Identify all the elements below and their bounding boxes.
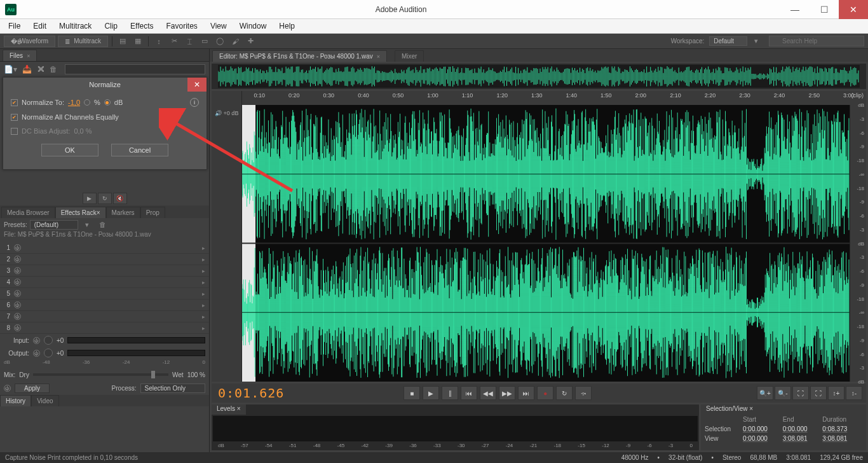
sel-end[interactable]: 0:00.000 [783,425,823,432]
mini-play-button[interactable]: ▶ [83,193,97,204]
zoom-in-icon[interactable]: 🔍+ [757,386,773,400]
media-browser-tab[interactable]: Media Browser [1,207,55,218]
view-start[interactable]: 0:00.000 [743,435,783,442]
loop-button[interactable]: ↻ [556,386,573,400]
video-tab[interactable]: Video [31,395,58,406]
rack-slot[interactable]: 1⏻▸ [0,242,209,254]
markers-tab[interactable]: Markers [106,207,140,218]
mini-mute-button[interactable]: 🔇 [113,193,127,204]
output-knob[interactable] [44,349,53,357]
rack-slot[interactable]: 8⏻▸ [0,322,209,334]
normalize-to-checkbox[interactable] [11,99,18,106]
window-close-button[interactable]: ✕ [839,0,868,19]
power-icon[interactable]: ⏻ [14,279,21,286]
rack-slot[interactable]: 7⏻▸ [0,311,209,322]
trash-icon[interactable]: 🗑 [50,65,57,74]
open-file-icon[interactable]: 📄▾ [4,65,17,74]
rack-slot[interactable]: 3⏻▸ [0,265,209,277]
menu-window[interactable]: Window [234,20,273,32]
power-icon[interactable]: ⏻ [14,244,21,251]
menu-clip[interactable]: Clip [98,20,123,32]
dialog-close-button[interactable]: ✕ [187,78,207,92]
selection-view-tab[interactable]: Selection/View × [701,404,758,415]
rack-slot[interactable]: 6⏻▸ [0,300,209,311]
workspace-dropdown[interactable]: Default [709,36,747,46]
history-tab[interactable]: History [0,395,31,406]
power-icon[interactable]: ⏻ [33,337,40,344]
rack-slot[interactable]: 2⏻▸ [0,254,209,265]
dc-bias-checkbox[interactable] [11,128,18,135]
mini-loop-button[interactable]: ↻ [98,193,112,204]
volume-icon[interactable]: 🔊 [215,110,222,116]
menu-help[interactable]: Help [273,20,301,32]
skip-selection-button[interactable]: ⤼ [575,386,592,400]
time-select-tool-icon[interactable]: ⌶ [183,36,196,47]
power-icon[interactable]: ⏻ [14,324,21,331]
rack-slot[interactable]: 4⏻▸ [0,277,209,288]
input-knob[interactable] [44,336,53,345]
sel-start[interactable]: 0:00.000 [743,425,783,432]
window-maximize-button[interactable]: ☐ [810,0,839,19]
power-icon[interactable]: ⏻ [4,385,11,392]
zoom-out-vert-icon[interactable]: ↕- [846,386,862,400]
files-panel-tab[interactable]: Files× [3,50,37,61]
presets-dropdown[interactable]: (Default) [30,220,78,230]
menu-edit[interactable]: Edit [27,20,52,32]
stop-button[interactable]: ■ [403,386,420,400]
pause-button[interactable]: ‖ [442,386,458,400]
editor-file-tab[interactable]: Editor: M$ PuP$ & F1ns & T1One - Розы 48… [212,50,387,62]
close-file-icon[interactable]: 🗙 [37,65,44,74]
zoom-in-vert-icon[interactable]: ↕+ [828,386,844,400]
info-icon[interactable]: i [190,98,199,107]
marquee-tool-icon[interactable]: ▭ [198,36,211,47]
timecode-display[interactable]: 0:01.626 [218,385,284,401]
sel-dur[interactable]: 0:08.373 [822,425,862,432]
move-tool-icon[interactable]: ↕ [153,36,165,47]
zoom-full-icon[interactable]: ⛶ [792,386,809,400]
zoom-out-icon[interactable]: 🔍- [775,386,791,400]
menu-multitrack[interactable]: Multitrack [53,20,97,32]
heal-tool-icon[interactable]: ✚ [244,36,257,47]
forward-button[interactable]: ▶▶ [499,386,515,400]
save-preset-icon[interactable]: ▾ [81,219,93,230]
unit-db-radio[interactable] [104,99,111,106]
power-icon[interactable]: ⏻ [14,301,21,308]
timeline-ruler[interactable]: 0:100:200:300:400:501:001:101:201:301:40… [212,91,866,105]
menu-favorites[interactable]: Favorites [161,20,203,32]
play-button[interactable]: ▶ [423,386,439,400]
cancel-button[interactable]: Cancel [111,144,168,156]
rewind-button[interactable]: ◀◀ [480,386,496,400]
rack-slot[interactable]: 5⏻▸ [0,288,209,300]
normalize-value-input[interactable]: -1,0 [68,99,80,106]
properties-tab[interactable]: Prop [140,207,165,218]
power-icon[interactable]: ⏻ [14,256,21,263]
search-help-input[interactable] [769,36,864,46]
waveform-overview[interactable] [212,64,866,89]
mixer-tab[interactable]: Mixer [395,50,424,62]
record-button[interactable]: ● [537,386,553,400]
delete-preset-icon[interactable]: 🗑 [96,219,109,230]
unit-percent-radio[interactable] [84,99,90,106]
mode-multitrack-button[interactable]: ≣Multitrack [58,36,108,47]
all-channels-checkbox[interactable] [11,114,18,121]
brush-tool-icon[interactable]: 🖌 [229,36,241,47]
razor-tool-icon[interactable]: ✂ [168,36,180,47]
close-icon[interactable]: × [27,53,30,59]
power-icon[interactable]: ⏻ [14,290,21,297]
pitch-display-icon[interactable]: ▦ [132,36,144,47]
levels-tab[interactable]: Levels × [212,404,246,415]
power-icon[interactable]: ⏻ [14,267,21,274]
zoom-sel-icon[interactable]: ⛶ [810,386,827,400]
mode-waveform-button[interactable]: �฿Waveform [4,36,55,47]
go-start-button[interactable]: ⏮ [461,386,477,400]
lasso-tool-icon[interactable]: ◯ [214,36,226,47]
menu-effects[interactable]: Effects [125,20,159,32]
workspace-menu-icon[interactable]: ▾ [750,36,763,47]
ok-button[interactable]: OK [41,144,98,156]
import-icon[interactable]: 📥 [22,65,32,74]
apply-button[interactable]: Apply [15,384,50,393]
waveform-display[interactable] [242,105,850,382]
view-dur[interactable]: 3:08.081 [822,435,862,442]
process-dropdown[interactable]: Selection Only [140,384,205,393]
view-end[interactable]: 3:08.081 [783,435,823,442]
